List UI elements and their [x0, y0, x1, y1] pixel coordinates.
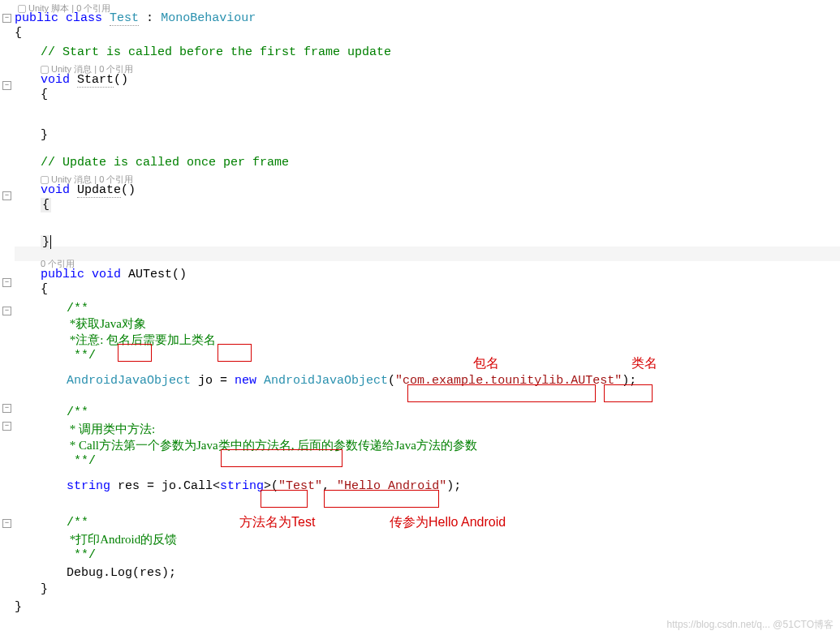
- brace: }: [15, 600, 22, 615]
- code-line-debuglog: Debug.Log(res);: [67, 566, 176, 581]
- fold-marker[interactable]: −: [2, 14, 11, 23]
- brace: {: [41, 282, 48, 297]
- caret: [50, 235, 51, 249]
- brace: {: [15, 26, 22, 41]
- doc-comment: *获取Java对象: [67, 316, 146, 331]
- method-autest: public void AUTest(): [41, 268, 187, 282]
- brace: }: [41, 582, 48, 597]
- current-line-highlight: [15, 247, 840, 261]
- gutter: − − − − − − − −: [0, 0, 16, 635]
- doc-comment: *打印Android的反馈: [67, 532, 177, 547]
- doc-comment: /**: [67, 516, 88, 530]
- fold-marker[interactable]: −: [2, 404, 11, 413]
- doc-comment: * 调用类中方法:: [67, 422, 155, 436]
- annotation-box-cls-string: [604, 384, 653, 402]
- doc-comment: **/: [67, 548, 96, 563]
- annotation-box-test-string: [261, 490, 308, 508]
- annotation-pkg: 包名: [473, 355, 499, 372]
- annotation-box-hello-string: [324, 490, 439, 508]
- fold-marker[interactable]: −: [2, 191, 11, 200]
- annotation-method: 方法名为Test: [239, 514, 315, 531]
- annotation-cls: 类名: [631, 355, 657, 372]
- method-update: void Update(): [41, 183, 136, 198]
- brace: {: [41, 88, 48, 102]
- comment-update: // Update is called once per frame: [41, 156, 289, 170]
- class-declaration: public class Test : MonoBehaviour: [15, 11, 256, 26]
- fold-marker[interactable]: −: [2, 278, 11, 287]
- doc-comment: **/: [67, 349, 96, 363]
- fold-marker[interactable]: −: [2, 422, 11, 431]
- fold-marker[interactable]: −: [2, 519, 11, 528]
- annotation-box-cls-comment: [218, 344, 252, 362]
- fold-marker[interactable]: −: [2, 307, 11, 315]
- annotation-box-pkg-comment: [118, 344, 152, 362]
- fold-marker[interactable]: −: [2, 81, 11, 90]
- brace: }: [41, 128, 48, 143]
- annotation-box-methodname-comment: [221, 449, 342, 467]
- doc-comment: /**: [67, 405, 88, 420]
- annotation-param: 传参为Hello Android: [390, 514, 506, 531]
- method-start: void Start(): [41, 73, 128, 88]
- annotation-box-pkg-string: [407, 384, 596, 402]
- doc-comment: /**: [67, 302, 88, 316]
- doc-comment: **/: [67, 454, 96, 469]
- watermark: https://blog.csdn.net/q... @51CTO博客: [667, 618, 834, 632]
- brace-hl: {: [41, 198, 51, 212]
- comment-start: // Start is called before the first fram…: [41, 45, 391, 60]
